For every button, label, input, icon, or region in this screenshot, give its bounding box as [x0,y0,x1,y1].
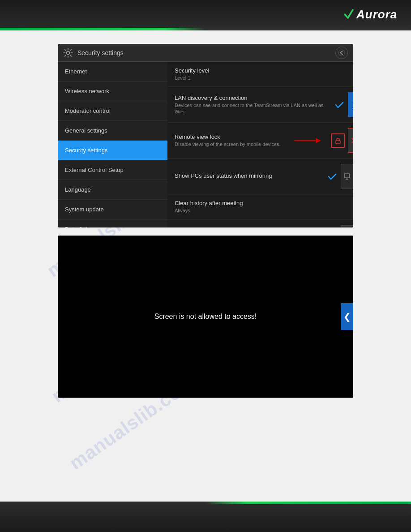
svg-marker-4 [316,138,321,143]
remote-lock-icon[interactable] [331,133,345,148]
lan-title: LAN discovery & connection [175,94,334,101]
sidebar-item-language[interactable]: Language [58,180,167,200]
settings-body: Ethernet Wireless network Moderator cont… [58,62,353,227]
svg-point-2 [338,50,345,56]
show-pcs-title: Show PCs user status when mirroring [175,172,326,179]
settings-sidebar: Ethernet Wireless network Moderator cont… [58,62,167,227]
admin-password-nav-icon[interactable] [341,225,353,227]
svg-rect-8 [344,174,350,178]
sidebar-item-general[interactable]: General settings [58,121,167,141]
content-area: manualslib.com manualslib.com manualslib… [0,30,411,502]
setting-row-clear-history: Clear history after meeting Always [167,194,353,219]
black-screen-panel: Screen is not allowed to access! ❮ [58,236,353,398]
lan-subtitle: Devices can see and connect to the TeamS… [175,102,334,115]
sidebar-item-security[interactable]: Security settings [58,141,167,160]
setting-row-security-level: Security level Level 1 [167,62,353,87]
black-screen-chevron[interactable]: ❮ [341,303,353,330]
remote-lock-x-button[interactable] [348,128,353,153]
lan-chevron-icon[interactable]: ❯ [348,92,353,117]
top-bar: Aurora [0,0,411,30]
clear-history-title: Clear history after meeting [175,200,346,206]
show-pcs-nav-icon[interactable] [341,164,353,189]
lan-check-icon [334,99,345,111]
settings-header: Security settings [58,44,353,62]
sidebar-item-wireless[interactable]: Wireless network [58,82,167,101]
settings-gear-icon [63,48,73,58]
clear-history-subtitle: Always [175,207,346,214]
red-arrow-annotation [294,135,321,146]
sidebar-item-moderator[interactable]: Moderator control [58,101,167,121]
security-level-title: Security level [175,67,346,74]
settings-panel-wrapper: Security settings Ethernet Wireless netw… [58,44,353,227]
svg-point-1 [67,51,70,54]
settings-content: Security level Level 1 LAN discovery & c… [167,62,353,227]
top-bar-accent [0,28,206,30]
bottom-bar-accent [205,502,411,504]
settings-back-button[interactable] [335,47,348,59]
settings-panel: Security settings Ethernet Wireless netw… [58,44,353,227]
security-level-subtitle: Level 1 [175,75,346,81]
show-pcs-check-icon [326,171,338,182]
sidebar-item-external[interactable]: External Control Setup [58,160,167,180]
svg-text:Aurora: Aurora [356,8,397,21]
black-screen-message: Screen is not allowed to access! [154,313,257,321]
bottom-bar [0,502,411,532]
sidebar-item-datetime[interactable]: Date & time [58,219,167,227]
setting-row-show-pcs: Show PCs user status when mirroring [167,159,353,194]
setting-row-lan: LAN discovery & connection Devices can s… [167,87,353,123]
setting-row-remote-lock: Remote view lock Disable viewing of the … [167,123,353,159]
sidebar-item-ethernet[interactable]: Ethernet [58,62,167,82]
setting-row-admin-password: Change admin password Change password to… [167,220,353,227]
svg-rect-5 [336,141,340,144]
aurora-logo: Aurora [342,5,400,26]
sidebar-item-sysupdate[interactable]: System update [58,200,167,219]
settings-header-title: Security settings [77,49,124,56]
